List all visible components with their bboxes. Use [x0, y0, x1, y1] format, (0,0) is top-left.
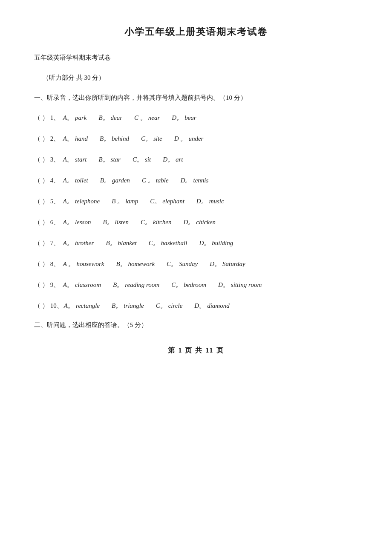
option-label: A。 [64, 302, 74, 309]
option-item: B。dear [98, 112, 122, 124]
option-label: A。 [63, 177, 73, 184]
questions-container: （ ）1、A。parkB。dearC 。nearD。bear（ ）2、A。han… [34, 112, 358, 312]
option-item: C。elephant [150, 196, 184, 207]
option-item: C。bedroom [171, 279, 206, 291]
question-row: （ ）2、A。handB。behindC。siteD 。under [34, 133, 358, 145]
option-item: A。lesson [63, 217, 91, 228]
option-label: A。 [63, 281, 73, 288]
option-label: A。 [63, 198, 73, 205]
option-text: elephant [162, 198, 184, 205]
option-text: art [176, 156, 183, 163]
question-number: 1、 [50, 112, 62, 124]
option-label: C 。 [142, 177, 154, 184]
option-item: A。telephone [63, 196, 100, 207]
option-item: B。star [98, 154, 121, 165]
option-text: blanket [118, 240, 137, 246]
option-label: D。 [210, 260, 221, 267]
option-item: B。listen [103, 217, 129, 228]
option-label: C。 [149, 240, 159, 246]
option-label: D。 [196, 198, 208, 205]
section1-header: 一、听录音，选出你所听到的内容，并将其序号填入题前括号内。（10 分） [34, 94, 358, 102]
option-label: A。 [63, 156, 73, 163]
option-item: C 。table [142, 175, 169, 186]
question-number: 5、 [50, 196, 62, 207]
option-text: toilet [75, 177, 88, 184]
option-label: D。 [194, 302, 205, 309]
question-row: （ ）9、A。classroomB。reading roomC。bedroomD… [34, 279, 358, 291]
option-text: star [111, 156, 121, 163]
option-item: B。homework [116, 258, 155, 270]
option-label: B。 [113, 281, 123, 288]
option-item: C。kitchen [141, 217, 171, 228]
option-text: diamond [207, 302, 230, 309]
option-text: lesson [75, 219, 91, 225]
answer-bracket: （ ） [34, 175, 49, 186]
question-number: 9、 [50, 279, 62, 291]
option-label: A。 [63, 135, 73, 142]
option-text: site [153, 135, 162, 142]
option-label: B。 [112, 302, 122, 309]
option-label: D。 [172, 114, 183, 121]
option-text: circle [168, 302, 183, 309]
option-text: bear [184, 114, 196, 121]
option-item: D。chicken [183, 217, 216, 228]
option-text: building [212, 240, 233, 246]
question-number: 8、 [50, 258, 62, 270]
option-item: A。park [63, 112, 87, 124]
option-text: Sunday [179, 260, 198, 267]
option-text: Saturday [222, 260, 245, 267]
answer-bracket: （ ） [34, 112, 49, 124]
option-label: D。 [218, 281, 229, 288]
question-number: 10、 [50, 300, 63, 312]
option-label: B。 [116, 260, 126, 267]
option-label: C。 [150, 198, 161, 205]
question-row: （ ）3、A。startB。starC。sitD。art [34, 154, 358, 165]
option-item: D。Saturday [210, 258, 245, 270]
section-note: （听力部分 共 30 分） [34, 74, 358, 82]
option-item: C。sit [133, 154, 151, 165]
option-label: B。 [98, 156, 109, 163]
option-item: C。site [141, 133, 162, 145]
option-label: C。 [171, 281, 182, 288]
option-text: start [75, 156, 87, 163]
option-label: B。 [100, 177, 110, 184]
option-item: D。art [163, 154, 183, 165]
option-label: C。 [141, 219, 151, 225]
answer-bracket: （ ） [34, 133, 49, 145]
option-item: C 。near [134, 112, 160, 124]
option-item: D。tennis [181, 175, 209, 186]
option-item: D。bear [172, 112, 196, 124]
question-row: （ ）10、A。rectangleB。triangleC。circleD。dia… [34, 300, 358, 312]
option-item: A。start [63, 154, 87, 165]
option-item: A。brother [63, 237, 94, 249]
option-text: bedroom [184, 281, 206, 288]
option-item: A。classroom [63, 279, 101, 291]
answer-bracket: （ ） [34, 217, 49, 228]
option-item: B。behind [100, 133, 129, 145]
option-text: under [188, 135, 203, 142]
option-item: A。hand [63, 133, 88, 145]
option-item: D。building [199, 237, 233, 249]
option-text: park [75, 114, 87, 121]
option-text: housework [76, 260, 104, 267]
option-text: kitchen [153, 219, 171, 225]
option-item: D 。under [174, 133, 204, 145]
answer-bracket: （ ） [34, 196, 49, 207]
question-number: 7、 [50, 237, 62, 249]
option-text: near [148, 114, 160, 121]
option-text: brother [75, 240, 94, 246]
option-item: D。sitting room [218, 279, 262, 291]
option-label: A。 [63, 114, 73, 121]
option-label: B。 [100, 135, 110, 142]
option-label: D。 [199, 240, 210, 246]
question-row: （ ）6、A。lessonB。listenC。kitchenD。chicken [34, 217, 358, 228]
answer-bracket: （ ） [34, 279, 49, 291]
option-label: C。 [167, 260, 177, 267]
answer-bracket: （ ） [34, 154, 49, 165]
option-text: basketball [161, 240, 187, 246]
option-label: A 。 [63, 260, 75, 267]
option-label: D。 [181, 177, 192, 184]
option-item: B。blanket [106, 237, 136, 249]
option-text: garden [112, 177, 130, 184]
option-item: D。diamond [194, 300, 229, 312]
